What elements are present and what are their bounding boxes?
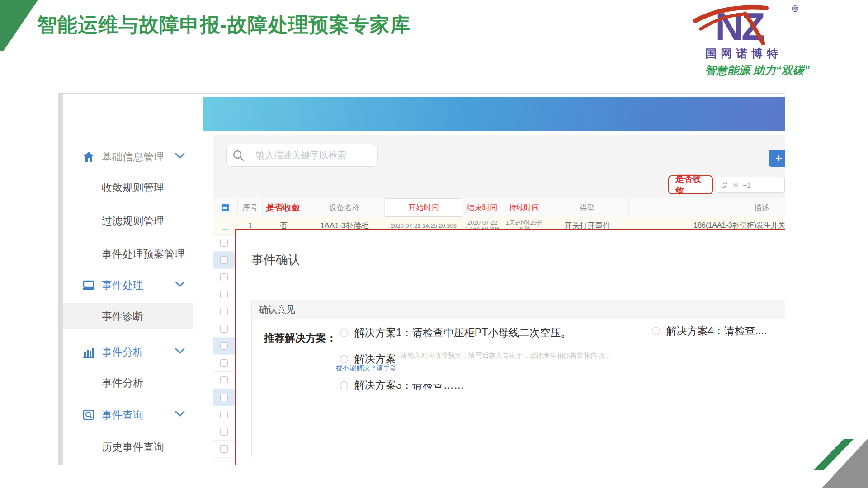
sidebar-group-2[interactable]: 事件处理 <box>63 277 193 293</box>
row-checkbox[interactable] <box>220 239 228 247</box>
slide: 智能运维与故障申报-故障处理预案专家库 NZ ® 国网诺博特 智慧能源 助力“双… <box>0 0 868 488</box>
row-checkbox-cell[interactable] <box>213 286 236 303</box>
converged-filter: 是否收敛 是 ⊗ +1 <box>668 175 785 194</box>
search-box[interactable] <box>226 144 378 167</box>
column-header-3: 设备名称 <box>304 198 385 217</box>
sidebar-item-label: 事件处理预案管理 <box>102 247 185 261</box>
column-header-1: 序号 <box>238 198 263 217</box>
monitor-icon <box>82 279 95 291</box>
row-checkbox-cell[interactable] <box>213 235 236 252</box>
checkbox-indeterminate-icon[interactable] <box>222 204 229 211</box>
row-checkbox-cell[interactable] <box>213 355 236 372</box>
logo-company-name: 国网诺博特 <box>669 46 818 61</box>
row-checkbox-cell[interactable] <box>213 269 236 286</box>
chevron-down-icon <box>175 411 185 419</box>
radio-icon[interactable] <box>340 329 348 337</box>
row-checkbox[interactable] <box>220 359 228 367</box>
column-header-7: 类型 <box>546 198 629 217</box>
sidebar-group-3[interactable]: 事件分析 <box>63 344 193 360</box>
logo-mark: NZ ® <box>692 4 796 45</box>
chevron-down-icon <box>175 281 185 289</box>
sidebar-item-label: 事件分析 <box>102 376 143 390</box>
column-header-8: 描述 <box>629 198 785 217</box>
logo-slogan: 智慧能源 助力“双碳” <box>683 63 832 78</box>
sidebar-group-4[interactable]: 事件查询 <box>63 407 193 423</box>
sidebar-item-label: 收敛规则管理 <box>102 181 164 195</box>
solution-label: 解决方案1：请检查中压柜PT小母线二次空压。 <box>354 326 571 340</box>
corner-stripe-decoration <box>814 438 868 488</box>
filter-value: 是 <box>722 181 728 189</box>
row-checkbox[interactable] <box>220 428 228 436</box>
sidebar-item-事件分析[interactable]: 事件分析 <box>63 374 193 392</box>
converged-filter-label: 是否收敛 <box>668 175 713 194</box>
recommend-label: 推荐解决方案： <box>264 331 337 345</box>
sidebar-group-label: 事件处理 <box>102 278 143 292</box>
row-checkbox[interactable] <box>220 308 228 315</box>
row-checkbox-cell[interactable] <box>213 406 236 423</box>
column-header-2: 是否收敛 <box>263 198 304 217</box>
dialog-title: 事件确认 <box>251 252 300 268</box>
row-checkbox-cell[interactable] <box>213 338 236 355</box>
sidebar-item-事件诊断[interactable]: 事件诊断 <box>63 303 193 329</box>
search-doc-icon <box>82 408 95 421</box>
row-checkbox[interactable] <box>220 445 228 453</box>
sidebar-group-1[interactable]: 基础信息管理 <box>63 149 193 165</box>
sidebar-item-历史事件查询[interactable]: 历史事件查询 <box>63 438 193 456</box>
row-checkbox[interactable] <box>220 325 228 333</box>
panel-header: 确认意见 <box>252 300 785 319</box>
home-icon <box>82 150 95 163</box>
sidebar-group-label: 事件查询 <box>102 408 143 422</box>
row-checkbox-cell[interactable] <box>213 320 236 338</box>
solution-option-4[interactable]: 解决方案4：请检查.... <box>652 324 767 338</box>
row-checkbox-cell[interactable] <box>213 372 236 389</box>
converged-filter-select[interactable]: 是 ⊗ +1 <box>716 177 785 193</box>
row-checkbox[interactable] <box>220 342 228 350</box>
sidebar-item-label: 过滤规则管理 <box>102 214 164 228</box>
row-checkbox[interactable] <box>220 291 228 298</box>
radio-icon[interactable] <box>340 355 348 363</box>
row-checkbox-cell[interactable] <box>213 389 236 406</box>
search-input[interactable] <box>256 150 376 160</box>
row-checkbox[interactable] <box>220 376 228 384</box>
event-confirm-dialog: 事件确认 确认意见 推荐解决方案： 解决方案1：请检查中压柜PT小母线二次空压。… <box>235 229 785 465</box>
row-checkbox[interactable] <box>220 411 228 418</box>
chevron-down-icon <box>175 153 185 161</box>
manual-solution-textarea[interactable] <box>395 347 785 384</box>
left-border-strip <box>58 94 63 465</box>
chart-icon <box>82 346 95 358</box>
column-header-6: 持续时间 <box>502 198 546 217</box>
add-button[interactable]: + <box>769 150 785 167</box>
page-title: 智能运维与故障申报-故障处理预案专家库 <box>37 12 410 38</box>
sidebar-item-label: 历史事件查询 <box>102 440 164 454</box>
corner-triangle-decoration <box>0 0 38 52</box>
chevron-down-icon <box>175 348 185 356</box>
row-checkbox-cell[interactable] <box>213 441 236 458</box>
radio-icon[interactable] <box>340 381 348 389</box>
row-checkbox[interactable] <box>222 222 229 230</box>
select-all-checkbox[interactable] <box>213 198 238 217</box>
sidebar-nav: 基础信息管理收敛规则管理过滤规则管理事件处理预案管理事件处理事件诊断事件分析事件… <box>63 94 193 465</box>
sidebar-item-事件处理预案管理[interactable]: 事件处理预案管理 <box>63 245 193 263</box>
sidebar-item-过滤规则管理[interactable]: 过滤规则管理 <box>63 212 193 230</box>
row-checkbox-cell[interactable] <box>213 252 236 269</box>
row-cell-1[interactable] <box>213 217 238 234</box>
app-screenshot: 基础信息管理收敛规则管理过滤规则管理事件处理预案管理事件处理事件诊断事件分析事件… <box>58 93 785 465</box>
column-header-5: 结束时间 <box>462 198 502 217</box>
row-checkbox[interactable] <box>220 256 228 264</box>
solution-option-1[interactable]: 解决方案1：请检查中压柜PT小母线二次空压。 <box>340 326 571 340</box>
company-logo: NZ ® 国网诺博特 智慧能源 助力“双碳” <box>669 4 818 78</box>
row-checkbox[interactable] <box>220 394 228 401</box>
row-checkbox-cell[interactable] <box>213 423 236 441</box>
sidebar-group-label: 基础信息管理 <box>102 150 164 164</box>
solution-label: 解决方案4：请检查.... <box>666 324 767 338</box>
radio-icon[interactable] <box>652 327 660 335</box>
remove-tag-icon[interactable]: ⊗ <box>733 181 739 189</box>
table-checkbox-column <box>213 235 236 458</box>
filter-extra-count: +1 <box>743 181 751 189</box>
sidebar-group-label: 事件分析 <box>102 345 143 359</box>
search-icon <box>232 150 244 161</box>
row-checkbox[interactable] <box>220 273 228 281</box>
sidebar-item-收敛规则管理[interactable]: 收敛规则管理 <box>63 178 193 197</box>
row-checkbox-cell[interactable] <box>213 303 236 320</box>
registered-mark: ® <box>792 4 798 14</box>
